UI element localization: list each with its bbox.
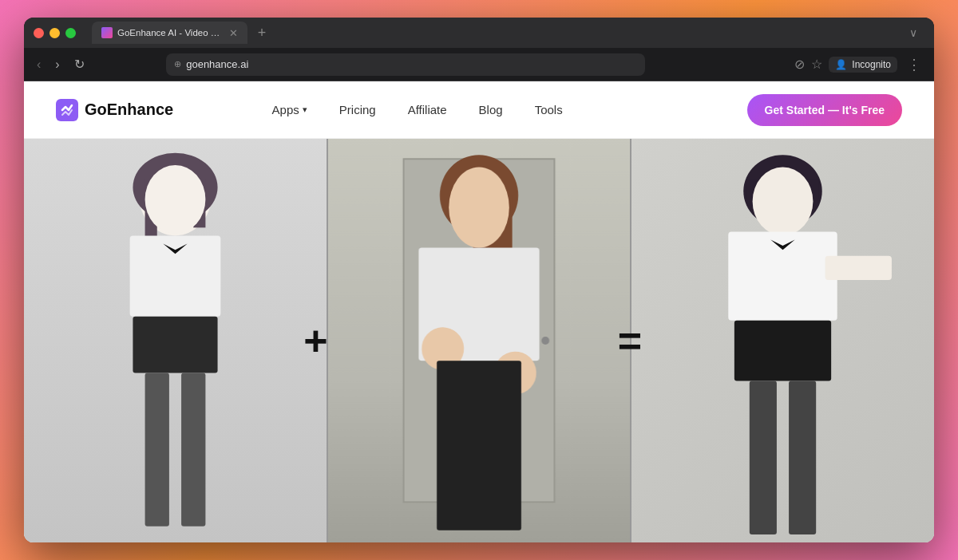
forward-button[interactable]: ›	[52, 54, 62, 75]
hero-panel-left	[24, 139, 327, 542]
incognito-icon: 👤	[835, 59, 847, 70]
incognito-button[interactable]: 👤 Incognito	[829, 57, 897, 73]
hero-section: + =	[24, 139, 934, 542]
tab-title: GoEnhance AI - Video to vide	[117, 28, 221, 37]
nav-cta: Get Started — It's Free	[747, 94, 902, 126]
nav-tools[interactable]: Tools	[522, 97, 576, 123]
maximize-button[interactable]	[65, 28, 76, 38]
address-bar: ‹ › ↻ ⊕ goenhance.ai ⊘ ☆ 👤 Incognito ⋮	[24, 48, 934, 81]
nav-affiliate[interactable]: Affiliate	[395, 97, 460, 123]
active-tab[interactable]: GoEnhance AI - Video to vide ✕	[92, 22, 247, 44]
hero-panel-right	[631, 139, 934, 542]
website-content: GoEnhance Apps ▾ Pricing Affiliate Blog …	[24, 81, 934, 542]
new-tab-button[interactable]: +	[251, 22, 273, 44]
equals-operator: =	[618, 320, 642, 361]
camera-off-icon[interactable]: ⊘	[794, 57, 805, 72]
traffic-lights	[34, 28, 76, 38]
apps-chevron-icon: ▾	[303, 105, 307, 115]
plus-operator: +	[303, 320, 327, 361]
more-options-button[interactable]: ⋮	[904, 56, 924, 73]
incognito-label: Incognito	[852, 59, 891, 70]
nav-blog[interactable]: Blog	[466, 97, 516, 123]
anime-reference-image	[24, 139, 327, 542]
title-bar: GoEnhance AI - Video to vide ✕ + ∨	[24, 18, 934, 48]
nav-links: Apps ▾ Pricing Affiliate Blog Tools	[259, 97, 576, 123]
logo-icon	[56, 99, 78, 121]
window-chevron-icon[interactable]: ∨	[902, 22, 924, 44]
minimize-button[interactable]	[49, 28, 60, 38]
site-nav: GoEnhance Apps ▾ Pricing Affiliate Blog …	[24, 81, 934, 139]
get-started-button[interactable]: Get Started — It's Free	[747, 94, 902, 126]
secure-icon: ⊕	[174, 59, 181, 69]
browser-window: GoEnhance AI - Video to vide ✕ + ∨ ‹ › ↻…	[24, 18, 934, 542]
logo[interactable]: GoEnhance	[56, 99, 173, 121]
hero-panel-mid	[327, 139, 632, 542]
bookmark-icon[interactable]: ☆	[811, 57, 822, 72]
anime-output-image	[631, 139, 934, 542]
url-bar[interactable]: ⊕ goenhance.ai	[166, 53, 645, 76]
real-person-video	[328, 139, 631, 542]
hero-composition: + =	[24, 139, 934, 542]
tab-favicon-icon	[101, 27, 113, 38]
nav-apps[interactable]: Apps ▾	[259, 97, 320, 123]
nav-pricing[interactable]: Pricing	[327, 97, 389, 123]
url-text: goenhance.ai	[186, 58, 248, 70]
tab-bar: GoEnhance AI - Video to vide ✕ +	[92, 22, 896, 44]
svg-rect-0	[56, 99, 78, 121]
address-actions: ⊘ ☆ 👤 Incognito ⋮	[794, 56, 924, 73]
tab-close-icon[interactable]: ✕	[229, 28, 238, 38]
back-button[interactable]: ‹	[34, 54, 44, 75]
close-button[interactable]	[34, 28, 44, 38]
logo-text: GoEnhance	[85, 101, 173, 119]
refresh-button[interactable]: ↻	[71, 53, 88, 75]
